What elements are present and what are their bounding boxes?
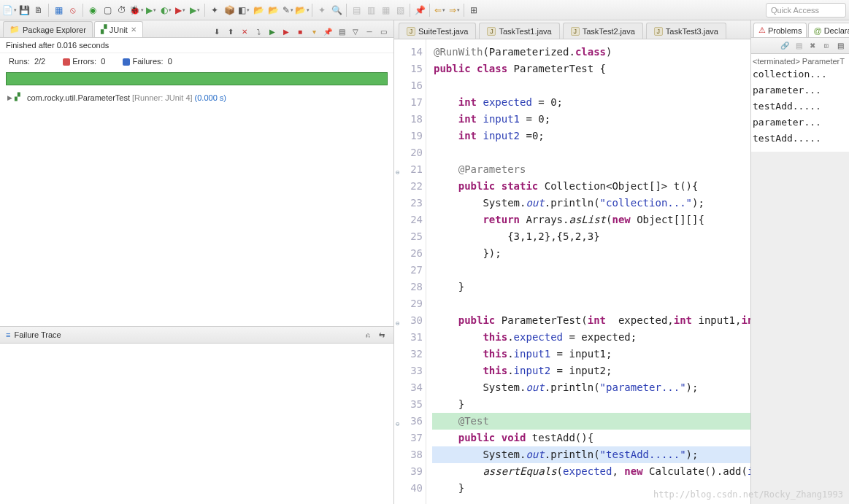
outline2-icon[interactable]: ▥ [364, 4, 377, 17]
prev-failure-icon[interactable]: ⬆ [225, 26, 237, 37]
window-icon[interactable]: ▦ [52, 4, 65, 17]
show-failed-icon[interactable]: ✕ [239, 26, 250, 37]
tab-label: Package Explorer [23, 26, 86, 34]
scroll-icon[interactable]: ▤ [834, 40, 846, 52]
java-file-icon: J [571, 27, 580, 36]
failure-icon [123, 58, 130, 66]
stop-icon[interactable]: ⦸ [66, 4, 80, 17]
stack-icon: ≡ [6, 330, 10, 339]
failures-value: 0 [168, 57, 172, 66]
test-class-name: com.rocky.util.ParameterTest [27, 93, 130, 102]
save-all-icon[interactable]: 🗎 [32, 4, 45, 17]
expand-icon[interactable]: ▶ [7, 94, 12, 101]
junit-status: Finished after 0.016 seconds [0, 38, 393, 53]
clear-icon[interactable]: ▤ [793, 40, 804, 52]
search-icon[interactable]: 🔍 [330, 4, 343, 17]
compare-icon[interactable]: ⇆ [376, 329, 388, 341]
quick-access-input[interactable]: Quick Access [766, 3, 846, 18]
package-explorer-icon: 📁 [9, 25, 20, 34]
history-icon[interactable]: ▾ [308, 26, 320, 37]
profile-icon[interactable]: ▢ [101, 4, 114, 17]
run-config-icon[interactable]: ▶ [188, 4, 201, 17]
tab-package-explorer[interactable]: 📁 Package Explorer [3, 21, 93, 37]
main-toolbar: 📄 💾 🗎 ▦ ⦸ ◉ ▢ ⏱ 🐞 ▶ ◐ ▶ ▶ ✦ 📦 ◧ 📂 📂 ✎ 📂 … [0, 0, 849, 20]
code-editor[interactable]: 1415161718192021⊖222324252627282930⊖3132… [394, 39, 750, 504]
type-icon[interactable]: ◧ [237, 4, 250, 17]
folder-icon[interactable]: 📂 [296, 4, 309, 17]
remove-icon[interactable]: ✖ [807, 40, 818, 52]
outline3-icon[interactable]: ▦ [379, 4, 392, 17]
test-tree[interactable]: ▶ ▞ com.rocky.util.ParameterTest [Runner… [0, 88, 393, 107]
package-icon[interactable]: 📦 [223, 4, 236, 17]
persp-icon[interactable]: ⊞ [467, 4, 480, 17]
editor-tab[interactable]: JSuiteTest.java [399, 23, 476, 39]
editor-tab[interactable]: JTaskTest2.java [563, 23, 643, 39]
left-view-tabs: 📁 Package Explorer ▞ JUnit ✕ ⬇ ⬆ ✕ ⤵ ▶ ▶… [0, 20, 393, 38]
minimize-icon[interactable]: ─ [364, 26, 375, 37]
new-icon[interactable]: 📄 [3, 4, 16, 17]
stopwatch-icon[interactable]: ⏱ [115, 4, 128, 17]
pin-view-icon[interactable]: 📌 [322, 26, 334, 37]
editor-tabs: JSuiteTest.javaJTaskTest1.javaJTaskTest2… [394, 20, 750, 39]
tab-problems[interactable]: ⚠ Problems [753, 23, 807, 37]
junit-icon: ▞ [101, 25, 107, 34]
console-line: collection... [753, 69, 848, 85]
close-icon[interactable]: ✕ [131, 26, 137, 34]
test-time: (0.000 s) [195, 93, 226, 102]
test-runner: [Runner: JUnit 4] [132, 93, 193, 102]
tab-label: TaskTest3.java [666, 27, 718, 36]
ext-tools-icon[interactable]: ▶ [174, 4, 187, 17]
debug-icon[interactable]: 🐞 [130, 4, 143, 17]
runs-value: 2/2 [34, 57, 45, 66]
tab-label: JUnit [110, 26, 128, 34]
maximize-icon[interactable]: ▭ [377, 26, 389, 37]
outline1-icon[interactable]: ▤ [350, 4, 363, 17]
run-icon[interactable]: ▶ [145, 4, 158, 17]
errors-value: 0 [101, 57, 105, 66]
editor-tab[interactable]: JTaskTest3.java [646, 23, 726, 39]
rerun-failed-icon[interactable]: ▶ [280, 26, 292, 37]
save-icon[interactable]: 💾 [18, 4, 31, 17]
runs-label: Runs: [9, 57, 30, 66]
stop-junit-icon[interactable]: ■ [294, 26, 306, 37]
next-failure-icon[interactable]: ⬇ [211, 26, 223, 37]
link-icon[interactable]: 🔗 [779, 40, 791, 52]
open-icon[interactable]: 📂 [252, 4, 265, 17]
layout-icon[interactable]: ▤ [336, 26, 347, 37]
console-line: parameter... [753, 85, 848, 101]
generate-icon[interactable]: ✦ [208, 4, 221, 17]
declaration-icon: @ [813, 26, 821, 35]
junit-counts: Runs: 2/2 Errors: 0 Failures: 0 [0, 53, 393, 69]
scroll-lock-icon[interactable]: ⤵ [253, 26, 264, 37]
forward-icon[interactable]: ⇒ [447, 4, 461, 17]
failure-trace-body [0, 344, 393, 504]
back-icon[interactable]: ⇐ [433, 4, 446, 17]
pin-icon[interactable]: 📌 [413, 4, 426, 17]
rerun-icon[interactable]: ▶ [266, 26, 278, 37]
java-file-icon: J [487, 27, 496, 36]
coverage-icon[interactable]: ◐ [159, 4, 172, 17]
filter-stack-icon[interactable]: ⎌ [362, 329, 374, 341]
tab-label: TaskTest2.java [583, 27, 635, 36]
failure-trace-header: ≡ Failure Trace ⎌ ⇆ [0, 326, 393, 344]
task-icon[interactable]: 📂 [266, 4, 280, 17]
server-icon[interactable]: ◉ [86, 4, 99, 17]
wand-icon[interactable]: ✦ [315, 4, 329, 17]
tab-junit[interactable]: ▞ JUnit ✕ [94, 21, 143, 37]
edit-icon[interactable]: ✎ [281, 4, 294, 17]
problems-icon: ⚠ [758, 26, 766, 35]
outline4-icon[interactable]: ▧ [393, 4, 407, 17]
remove-all-icon[interactable]: ⦻ [821, 40, 832, 52]
editor-tab[interactable]: JTaskTest1.java [479, 23, 559, 39]
menu-icon[interactable]: ▽ [350, 26, 361, 37]
failures-label: Failures: [132, 57, 163, 66]
java-file-icon: J [654, 27, 663, 36]
tab-declaration[interactable]: @ Declara [808, 23, 849, 37]
error-icon [63, 58, 70, 66]
failure-trace-label: Failure Trace [14, 330, 61, 339]
console-toolbar: 🔗 ▤ ✖ ⦻ ▤ [751, 38, 849, 54]
gutter: 1415161718192021⊖222324252627282930⊖3132… [394, 39, 426, 504]
code-area[interactable]: @RunWith(Parameterized.class)public clas… [426, 39, 750, 504]
right-tabs: ⚠ Problems @ Declara [751, 20, 849, 38]
test-pass-icon: ▞ [15, 93, 25, 103]
